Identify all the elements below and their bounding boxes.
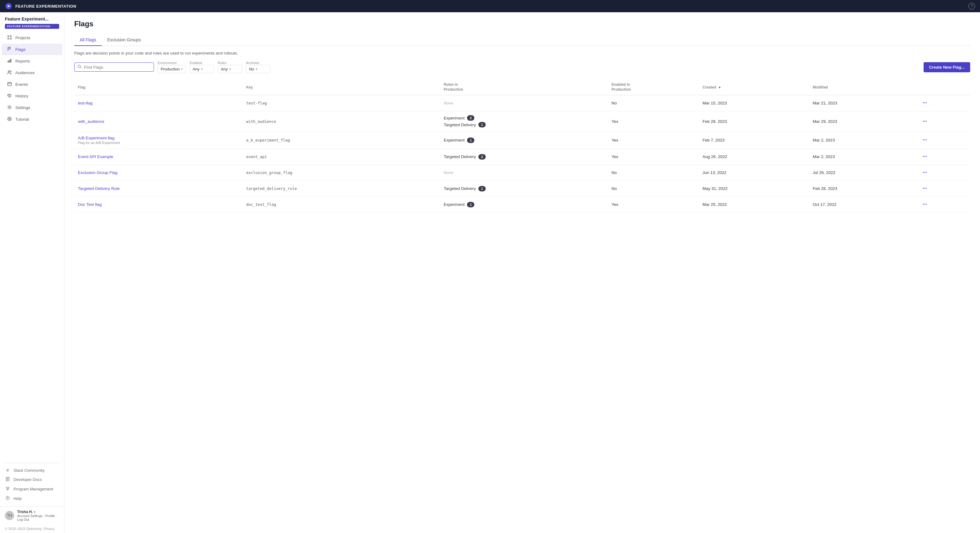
filter-enabled: Enabled Any ▾ xyxy=(189,61,214,73)
sidebar-item-settings[interactable]: Settings xyxy=(2,102,62,113)
sidebar-item-tutorial[interactable]: Tutorial xyxy=(2,114,62,125)
sidebar-nav: Projects Flags Reports Audiences xyxy=(0,32,64,460)
sidebar-item-slack[interactable]: # Slack Community xyxy=(0,466,64,475)
rules-cell: Experiment 1 xyxy=(444,202,604,207)
tab-all-flags[interactable]: All Flags xyxy=(74,34,102,46)
flag-link[interactable]: with_audience xyxy=(78,119,104,124)
chevron-down-icon: ▾ xyxy=(229,67,231,71)
table-row: Targeted Delivery Ruletargeted_delivery_… xyxy=(74,181,970,197)
sidebar-item-history[interactable]: History xyxy=(2,90,62,102)
rule-label: Targeted Delivery xyxy=(444,186,476,191)
filter-environment-select[interactable]: Production ▾ xyxy=(158,65,186,73)
sidebar-item-projects[interactable]: Projects xyxy=(2,32,62,43)
flag-cell: Targeted Delivery Rule xyxy=(74,181,243,197)
chevron-down-icon: ▾ xyxy=(201,67,203,71)
more-options-button[interactable]: ··· xyxy=(921,136,929,144)
more-options-button[interactable]: ··· xyxy=(921,117,929,125)
help-icon[interactable]: ? xyxy=(968,3,975,10)
more-options-button[interactable]: ··· xyxy=(921,201,929,208)
svg-point-16 xyxy=(8,487,9,488)
more-options-button[interactable]: ··· xyxy=(921,153,929,160)
svg-rect-7 xyxy=(10,59,11,62)
more-cell: ··· xyxy=(917,181,970,197)
more-options-button[interactable]: ··· xyxy=(921,99,929,107)
top-nav: FEATURE EXPERIMENTATION ? xyxy=(0,0,980,12)
more-options-button[interactable]: ··· xyxy=(921,185,929,192)
filter-environment-label: Environment xyxy=(158,61,186,65)
svg-point-2 xyxy=(10,35,11,37)
flag-link[interactable]: Targeted Delivery Rule xyxy=(78,186,120,191)
svg-rect-6 xyxy=(9,60,10,62)
docs-icon xyxy=(5,477,10,482)
sidebar-item-flags[interactable]: Flags xyxy=(2,44,62,55)
sidebar-item-reports[interactable]: Reports xyxy=(2,56,62,67)
svg-point-12 xyxy=(8,117,11,121)
svg-point-3 xyxy=(8,38,9,39)
program-icon xyxy=(5,487,10,492)
modified-value: Mar 2, 2023 xyxy=(813,154,835,159)
search-input[interactable] xyxy=(84,65,151,70)
flag-link[interactable]: Doc Test flag xyxy=(78,202,102,207)
sidebar-label-help: Help xyxy=(13,496,22,501)
user-name: Trisha H. ▾ xyxy=(17,510,59,514)
rules-col: Experiment 1 xyxy=(440,197,608,213)
search-box[interactable] xyxy=(74,62,154,72)
sidebar-item-program[interactable]: Program Management xyxy=(0,484,64,494)
filter-rules-select[interactable]: Any ▾ xyxy=(218,65,242,73)
sidebar-label-docs: Developer Docs xyxy=(13,477,42,482)
sidebar-bottom: # Slack Community Developer Docs Program… xyxy=(0,466,64,506)
flag-link[interactable]: A/B Experiment flag xyxy=(78,136,115,140)
sidebar-label-tutorial: Tutorial xyxy=(15,117,29,122)
settings-icon xyxy=(7,105,12,111)
created-value: Aug 26, 2022 xyxy=(703,154,727,159)
rule-label: Experiment xyxy=(444,116,465,121)
svg-rect-10 xyxy=(8,82,11,86)
enabled-cell: Yes xyxy=(608,132,699,149)
rules-none: None xyxy=(444,170,453,175)
filter-enabled-select[interactable]: Any ▾ xyxy=(189,65,214,73)
create-flag-button[interactable]: Create New Flag... xyxy=(924,62,970,72)
sidebar-label-projects: Projects xyxy=(15,35,30,40)
svg-point-4 xyxy=(10,38,11,39)
enabled-cell: No xyxy=(608,95,699,111)
sidebar-label-settings: Settings xyxy=(15,105,30,110)
key-cell: test-flag xyxy=(243,95,440,111)
chevron-down-icon: ▾ xyxy=(256,67,257,71)
flag-link[interactable]: test-flag xyxy=(78,101,92,105)
enabled-value: No xyxy=(611,186,617,191)
created-value: Mar 25, 2022 xyxy=(703,202,727,207)
flag-link[interactable]: Event API Example xyxy=(78,154,113,159)
svg-point-1 xyxy=(8,35,9,37)
content-area: Flags All Flags Exclusion Groups Flags a… xyxy=(64,12,980,533)
enabled-value: No xyxy=(611,101,617,105)
sidebar-item-help[interactable]: Help xyxy=(0,494,64,503)
main-layout: Feature Experiment... FEATURE EXPERIMENT… xyxy=(0,12,980,533)
sort-arrow-icon: ▼ xyxy=(718,86,721,89)
sidebar-item-events[interactable]: Events xyxy=(2,79,62,90)
col-header-flag: Flag xyxy=(74,80,243,95)
more-cell: ··· xyxy=(917,149,970,165)
sidebar-user[interactable]: TH Trisha H. ▾ Account Settings · Profil… xyxy=(0,506,64,524)
sidebar-label-audiences: Audiences xyxy=(15,70,35,75)
more-cell: ··· xyxy=(917,111,970,132)
table-row: A/B Experiment flagFlag for an A/B Exper… xyxy=(74,132,970,149)
more-options-button[interactable]: ··· xyxy=(921,169,929,176)
sidebar-app-name: Feature Experiment... xyxy=(0,12,64,23)
filter-archived-select[interactable]: No ▾ xyxy=(246,65,270,73)
sidebar-item-audiences[interactable]: Audiences xyxy=(2,67,62,78)
col-header-created[interactable]: Created ▼ xyxy=(699,80,809,95)
flags-table: Flag Key Rules inProduction Enabled inPr… xyxy=(74,80,970,213)
rules-col: Experiment 1 xyxy=(440,132,608,149)
rule-badge: 2 xyxy=(478,154,486,160)
rules-col: None xyxy=(440,165,608,181)
more-cell: ··· xyxy=(917,132,970,149)
rule-label: Experiment xyxy=(444,202,465,207)
rules-cell: Targeted Delivery 2 xyxy=(444,154,604,160)
svg-point-8 xyxy=(8,71,10,72)
modified-cell: Jul 26, 2022 xyxy=(809,165,917,181)
key-value: a_b_experiment_flag xyxy=(246,138,290,143)
sidebar-divider xyxy=(5,463,59,463)
tab-exclusion-groups[interactable]: Exclusion Groups xyxy=(102,34,146,46)
flag-link[interactable]: Exclusion Group Flag xyxy=(78,170,118,175)
sidebar-item-docs[interactable]: Developer Docs xyxy=(0,475,64,484)
